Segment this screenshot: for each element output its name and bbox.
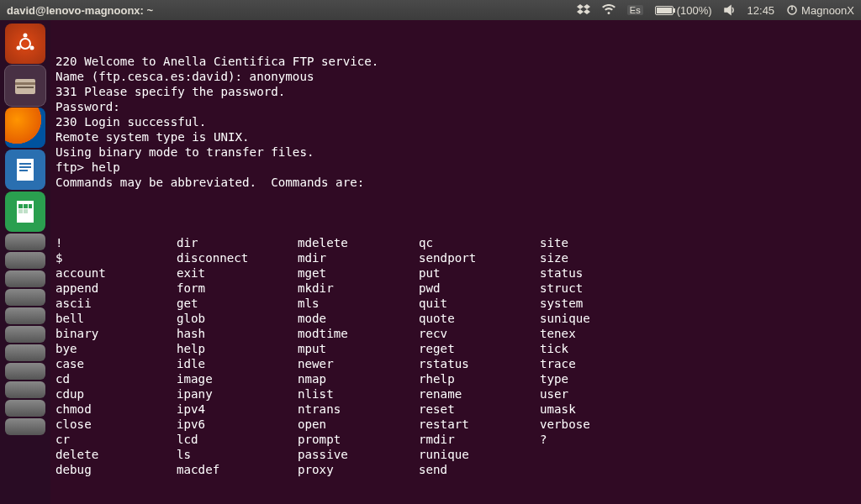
svg-point-2 bbox=[24, 34, 28, 38]
libreoffice-calc-icon[interactable] bbox=[5, 192, 45, 232]
firefox-app-icon[interactable] bbox=[5, 108, 45, 148]
launcher-app-15[interactable] bbox=[5, 400, 45, 417]
files-app-icon[interactable] bbox=[5, 66, 45, 106]
svg-point-4 bbox=[17, 46, 21, 50]
launcher-app-9[interactable] bbox=[5, 289, 45, 306]
battery-percent: (100%) bbox=[677, 4, 712, 17]
launcher-app-6[interactable] bbox=[5, 234, 45, 250]
unity-launcher bbox=[0, 20, 50, 504]
keyboard-language-indicator[interactable]: Es bbox=[627, 5, 643, 15]
launcher-app-13[interactable] bbox=[5, 363, 45, 380]
terminal-output-pre: 220 Welcome to Anella Cientifica FTP ser… bbox=[55, 54, 856, 205]
svg-rect-17 bbox=[24, 209, 28, 213]
dash-icon[interactable] bbox=[5, 24, 45, 64]
svg-rect-15 bbox=[29, 204, 32, 208]
svg-rect-14 bbox=[24, 204, 28, 208]
svg-rect-11 bbox=[19, 170, 28, 171]
session-menu[interactable]: MagnoonX bbox=[786, 4, 854, 17]
launcher-app-12[interactable] bbox=[5, 344, 45, 361]
libreoffice-writer-icon[interactable] bbox=[5, 150, 45, 190]
ftp-help-table: !dirmdeleteqcsite$disconnectmdirsendport… bbox=[55, 235, 856, 477]
svg-rect-10 bbox=[19, 166, 31, 168]
svg-rect-9 bbox=[19, 163, 31, 165]
clock[interactable]: 12:45 bbox=[747, 4, 775, 17]
wifi-icon[interactable] bbox=[602, 4, 615, 16]
launcher-app-7[interactable] bbox=[5, 252, 45, 269]
dropbox-icon[interactable] bbox=[577, 4, 590, 16]
launcher-app-8[interactable] bbox=[5, 270, 45, 287]
svg-rect-7 bbox=[17, 87, 34, 88]
session-user: MagnoonX bbox=[801, 4, 854, 17]
launcher-app-10[interactable] bbox=[5, 307, 45, 324]
top-menu-bar: david@lenovo-magnoonx: ~ Es (100%) 12:45… bbox=[0, 0, 861, 20]
terminal-window[interactable]: 220 Welcome to Anella Cientifica FTP ser… bbox=[50, 20, 861, 504]
svg-rect-16 bbox=[18, 209, 23, 213]
launcher-app-16[interactable] bbox=[5, 418, 45, 435]
window-title: david@lenovo-magnoonx: ~ bbox=[7, 4, 153, 17]
battery-indicator[interactable]: (100%) bbox=[655, 4, 712, 17]
svg-rect-13 bbox=[18, 204, 23, 208]
svg-point-3 bbox=[30, 46, 34, 50]
volume-icon[interactable] bbox=[724, 4, 736, 16]
launcher-app-11[interactable] bbox=[5, 326, 45, 343]
svg-rect-6 bbox=[15, 82, 35, 85]
svg-point-1 bbox=[20, 39, 30, 49]
launcher-app-14[interactable] bbox=[5, 381, 45, 398]
